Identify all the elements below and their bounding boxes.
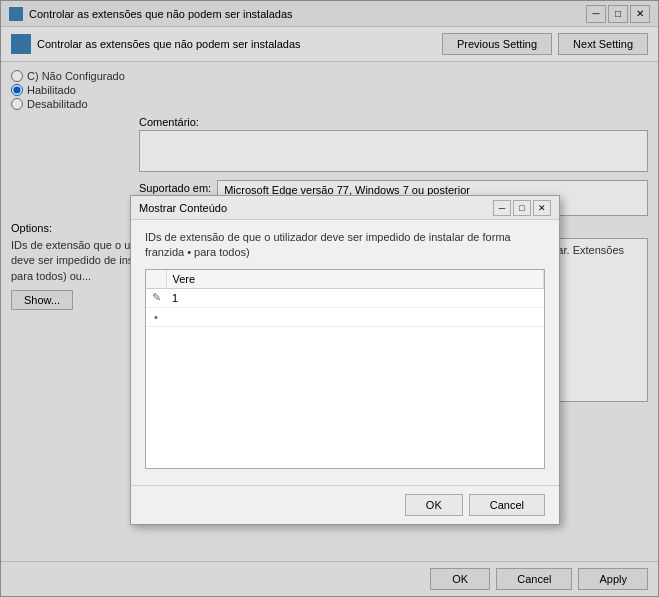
new-row-icon: • <box>146 307 166 326</box>
modal-table: Vere ✎ • <box>146 270 544 327</box>
table-header-row: Vere <box>146 270 544 289</box>
new-row-value-cell[interactable] <box>166 307 544 326</box>
modal-ok-button[interactable]: OK <box>405 494 463 516</box>
row-edit-icon: ✎ <box>146 288 166 307</box>
modal-minimize-button[interactable]: ─ <box>493 200 511 216</box>
modal-footer: OK Cancel <box>131 485 559 524</box>
value-col-header: Vere <box>166 270 544 289</box>
modal-maximize-button[interactable]: □ <box>513 200 531 216</box>
modal-window: Mostrar Conteúdo ─ □ ✕ IDs de extensão d… <box>130 195 560 525</box>
modal-controls: ─ □ ✕ <box>493 200 551 216</box>
modal-close-button[interactable]: ✕ <box>533 200 551 216</box>
row-value-cell[interactable] <box>166 288 544 307</box>
modal-cancel-button[interactable]: Cancel <box>469 494 545 516</box>
table-new-row: • <box>146 307 544 326</box>
table-row: ✎ <box>146 288 544 307</box>
modal-desc: IDs de extensão de que o utilizador deve… <box>145 230 545 261</box>
modal-overlay: Mostrar Conteúdo ─ □ ✕ IDs de extensão d… <box>0 0 659 597</box>
modal-title: Mostrar Conteúdo <box>139 202 227 214</box>
modal-content: IDs de extensão de que o utilizador deve… <box>131 220 559 479</box>
icon-col-header <box>146 270 166 289</box>
modal-table-area[interactable]: Vere ✎ • <box>145 269 545 469</box>
modal-title-bar: Mostrar Conteúdo ─ □ ✕ <box>131 196 559 220</box>
new-row-input[interactable] <box>170 310 540 324</box>
row-value-input[interactable] <box>170 291 540 305</box>
